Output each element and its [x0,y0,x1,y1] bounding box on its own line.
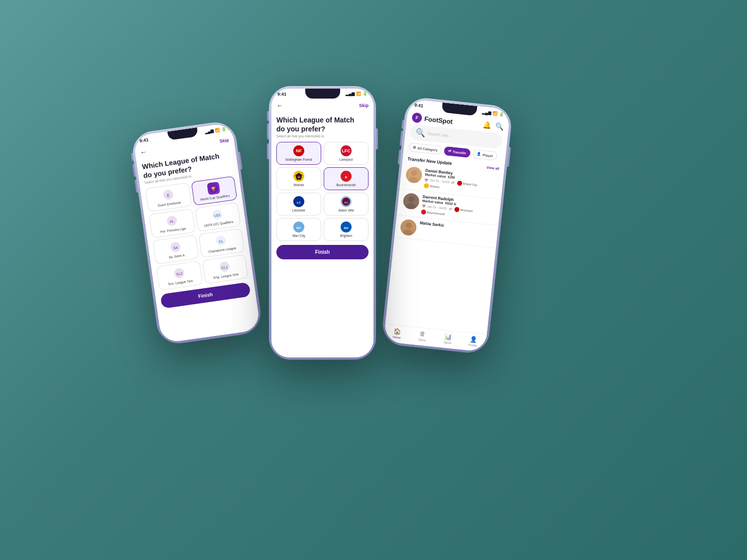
svg-text:SL2: SL2 [176,272,182,276]
wrexham-badge [454,207,460,212]
player-info-bentley: Daniel Bentley Market value €2M 📅 Jan 23… [424,168,498,195]
tab-transfer[interactable]: ⇄ Transfer [444,146,471,157]
serie-a-label: Ita. Serie A [169,253,185,259]
league-item-primeira-liga[interactable]: PL Por. Primeira Liga [149,209,195,238]
tab-player[interactable]: 👤 Player [472,149,498,160]
status-icons-2: ▂▄▆ 📶 🔋 [346,92,368,96]
transfer-icon: ⇄ [448,149,451,153]
volume-up-button [132,164,136,177]
nav-spots[interactable]: 📊 Spots [435,332,461,345]
uefa-u21-icon: U21 [211,208,224,221]
nottm-forest-icon: NF [293,145,304,156]
phone-2-screen: 9:41 ▂▄▆ 📶 🔋 ← Skip Which League of Matc… [271,89,374,357]
league-item-uefa-u21[interactable]: U21 UEFA U21 Qualifiers [195,202,241,232]
league-item-leicester[interactable]: LC Leicester [276,193,321,216]
champions-league-label: Champions League [208,246,237,253]
back-button[interactable]: ← [139,145,148,158]
finish-button-2[interactable]: Finish [276,245,369,259]
liverpool-icon: LFC [341,145,352,156]
phone-1: 9:41 ▂▄▆ 📶 🔋 ← Skip Which League of Matc… [130,119,263,346]
league-item-bournemouth[interactable]: B Bournemouth [324,167,369,190]
grid-icon: ⊞ [413,145,416,150]
eng-league-one-label: Eng. League One [213,272,239,279]
volume-down-button-3 [397,149,401,164]
volume-down-button [134,179,138,192]
league-item-serie-a[interactable]: SA Ita. Serie A [152,234,199,264]
svg-text:AV: AV [344,201,348,204]
league-item-wolves[interactable]: W Wolves [276,167,321,190]
footspot-logo-icon: F [411,112,422,123]
search-header-icon[interactable]: 🔍 [495,122,504,131]
uefa-u21-label: UEFA U21 Qualifiers [204,220,234,227]
search-placeholder: Search cars... [427,131,452,138]
search-icon: 🔍 [415,127,426,138]
skip-link[interactable]: Skip [219,135,230,145]
nav-store[interactable]: 🗑 Store [409,329,436,342]
league-grid-1: E Dutch Eredivisie 🏆 World Cup Qualifier… [145,176,249,290]
league-item-liverpool[interactable]: LFC Liverpool [324,142,369,165]
sco-league-two-label: Sco. League Two [168,279,193,286]
bournemouth-badge [421,209,426,215]
screen-subtitle-2: Select all that you interested in. [276,134,369,138]
league-item-eng-league-one[interactable]: EL1 Eng. League One [202,254,248,284]
back-button-2[interactable]: ← [276,100,283,112]
notification-icon[interactable]: 🔔 [483,120,492,129]
svg-text:W: W [298,176,300,179]
league-item-sco-league-two[interactable]: SL2 Sco. League Two [156,261,203,291]
header-icons: 🔔 🔍 [483,120,504,130]
profile-icon: 👤 [470,336,478,343]
sco-league-two-icon: SL2 [172,266,186,280]
power-button-3 [507,147,511,167]
battery-icon: 🔋 [221,126,227,131]
bottom-nav: 🏠 Home 🗑 Store 📊 Spots 👤 Profile [383,324,487,352]
league-item-nottm-forest[interactable]: NF Nottingham Forest [276,142,321,165]
nav-home-label: Home [392,335,401,339]
nav-profile[interactable]: 👤 Profile [460,335,487,348]
league-item-man-city[interactable]: MC Man City [276,218,321,241]
screen-title-2: Which League of Match do you prefer? [276,115,369,133]
phone-3: 9:41 ▂▄▆ 📶 🔋 F FootSpot 🔔 🔍 [380,96,513,355]
league-screen-content-1: ← Skip Which League of Match do you pref… [134,131,255,309]
league-item-world-cup[interactable]: 🏆 World Cup Qualifiers [191,176,237,206]
phone-3-screen: 9:41 ▂▄▆ 📶 🔋 F FootSpot 🔔 🔍 [383,99,510,352]
footspot-logo-text: FootSpot [424,114,453,125]
contract-dates-bentley: 📅 [424,178,428,182]
league-item-champions-league[interactable]: CL Champions League [198,228,245,258]
view-all-link[interactable]: View all [487,165,499,170]
leicester-label: Leicester [292,209,305,212]
nav-profile-label: Profile [469,343,478,347]
player-avatar-bentley [405,166,423,183]
liverpool-label: Liverpool [340,158,353,161]
svg-text:B: B [345,176,348,179]
wifi-icon-3: 📶 [493,111,498,115]
player-avatar-sarkic [400,219,417,236]
nav-home[interactable]: 🏠 Home [384,327,410,340]
world-cup-icon: 🏆 [207,182,221,195]
serie-a-icon: SA [169,240,182,254]
svg-text:MC: MC [296,226,301,229]
status-icons-3: ▂▄▆ 📶 🔋 [482,110,504,116]
signal-icon-3: ▂▄▆ [482,110,492,115]
battery-icon-3: 🔋 [499,112,504,116]
bournemouth-label: Bournemouth [336,183,356,187]
leicester-icon: LC [293,196,304,207]
brighton-icon: BH [341,222,352,232]
transfer-arrow-radolph: ⇄ [449,206,453,211]
spots-icon: 📊 [444,333,452,340]
league-item-brighton[interactable]: BH Brighton [324,218,369,241]
svg-text:PL: PL [169,220,174,224]
power-button [238,151,243,169]
nav-store-label: Store [418,338,426,341]
svg-text:SA: SA [173,245,178,249]
status-time-2: 9:41 [277,92,286,97]
league-item-aston-villa[interactable]: AV Aston Villa [324,193,369,216]
tab-all-category[interactable]: ⊞ All Category [408,142,442,155]
svg-text:U21: U21 [214,213,221,218]
wifi-icon-2: 📶 [356,92,361,96]
svg-text:EL1: EL1 [222,265,228,270]
header-row-2: ← Skip [276,98,369,113]
wifi-icon: 📶 [215,127,220,132]
league-item-dutch-eredivisie[interactable]: E Dutch Eredivisie [145,182,192,212]
nottm-forest-label: Nottingham Forest [285,158,312,161]
skip-link-2[interactable]: Skip [359,101,369,110]
